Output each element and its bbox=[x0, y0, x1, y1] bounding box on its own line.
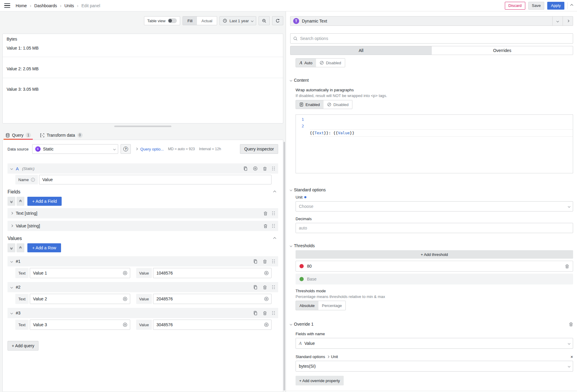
eye-icon[interactable] bbox=[123, 296, 127, 301]
query-inspector-button[interactable]: Query inspector bbox=[240, 144, 278, 154]
collapse-chevron-icon[interactable] bbox=[11, 286, 13, 288]
chevron-up-icon[interactable] bbox=[571, 5, 573, 7]
name-input[interactable] bbox=[39, 175, 272, 184]
panel-type-dropdown-button[interactable] bbox=[553, 16, 563, 26]
override-section-header[interactable]: Override 1 bbox=[290, 322, 573, 327]
collapse-chevron-icon[interactable] bbox=[11, 312, 13, 314]
add-override-property-button[interactable]: + Add override property bbox=[296, 376, 344, 385]
threshold-value[interactable]: 80 bbox=[307, 264, 312, 269]
trash-icon[interactable] bbox=[263, 224, 268, 228]
query-options-link[interactable]: Query optio... bbox=[140, 147, 164, 151]
breadcrumb-units[interactable]: Units bbox=[64, 3, 74, 8]
threshold-color-dot[interactable] bbox=[299, 277, 304, 281]
trash-icon[interactable] bbox=[569, 322, 573, 327]
expand-chevron-icon[interactable] bbox=[11, 225, 13, 227]
drag-handle-icon[interactable] bbox=[272, 259, 275, 264]
collapse-chevron-icon[interactable] bbox=[11, 260, 13, 263]
drag-handle-icon[interactable] bbox=[272, 166, 275, 171]
duplicate-icon[interactable] bbox=[253, 259, 258, 264]
text-input[interactable] bbox=[30, 320, 130, 330]
duplicate-icon[interactable] bbox=[243, 166, 248, 171]
value-input[interactable] bbox=[153, 320, 272, 330]
add-field-button[interactable]: + Add a Field bbox=[27, 197, 62, 206]
eye-icon[interactable] bbox=[253, 166, 258, 171]
unit-select[interactable]: Choose bbox=[296, 201, 573, 211]
expand-all-button[interactable] bbox=[17, 197, 24, 206]
add-row-button[interactable]: + Add a Row bbox=[27, 243, 61, 252]
font-disabled-option[interactable]: Disabled bbox=[316, 59, 345, 67]
text-input[interactable] bbox=[30, 294, 130, 304]
fields-with-name-select[interactable]: A Value bbox=[296, 338, 573, 349]
collapse-chevron-icon[interactable] bbox=[11, 167, 13, 170]
eye-icon[interactable] bbox=[264, 322, 269, 327]
editor-code-area[interactable]: {{Text}}: {{Value}} bbox=[310, 115, 573, 173]
collapse-all-button[interactable] bbox=[8, 197, 15, 206]
collapse-up-icon[interactable] bbox=[273, 237, 276, 240]
content-code-editor[interactable]: 1 2 {{Text}}: {{Value}} bbox=[296, 114, 573, 173]
fill-option[interactable]: Fill bbox=[183, 17, 197, 25]
data-source-select[interactable]: Static bbox=[32, 144, 118, 154]
drag-handle-icon[interactable] bbox=[272, 211, 275, 216]
trash-icon[interactable] bbox=[263, 285, 267, 290]
eye-icon[interactable] bbox=[123, 322, 127, 327]
search-input[interactable] bbox=[300, 36, 570, 41]
content-section-header[interactable]: Content bbox=[290, 78, 573, 83]
absolute-option[interactable]: Absolute bbox=[296, 301, 318, 310]
left-pane-scrollbar[interactable] bbox=[284, 142, 285, 390]
table-view-switch[interactable] bbox=[168, 18, 177, 23]
refresh-button[interactable] bbox=[272, 16, 283, 25]
actual-option[interactable]: Actual bbox=[197, 17, 217, 25]
query-row-header[interactable]: A (Static) bbox=[8, 163, 278, 174]
trash-icon[interactable] bbox=[263, 166, 267, 171]
unit-override-select[interactable]: bytes(SI) bbox=[296, 361, 573, 372]
duplicate-icon[interactable] bbox=[253, 311, 258, 315]
threshold-color-dot[interactable] bbox=[299, 264, 304, 268]
value-group-header[interactable]: #3 bbox=[8, 308, 278, 318]
tab-query[interactable]: Query 1 bbox=[4, 130, 33, 140]
eye-icon[interactable] bbox=[264, 296, 269, 301]
drag-handle-icon[interactable] bbox=[272, 311, 275, 315]
standard-options-section-header[interactable]: Standard options bbox=[290, 187, 573, 192]
apply-button[interactable]: Apply bbox=[547, 2, 564, 10]
text-input[interactable] bbox=[30, 268, 130, 278]
tab-overrides[interactable]: Overrides bbox=[432, 46, 573, 55]
trash-icon[interactable] bbox=[263, 311, 267, 315]
duplicate-icon[interactable] bbox=[253, 285, 258, 290]
save-button[interactable]: Save bbox=[528, 2, 545, 10]
breadcrumb-home[interactable]: Home bbox=[16, 3, 27, 8]
wrap-enabled-option[interactable]: Enabled bbox=[296, 100, 324, 109]
discard-button[interactable]: Discard bbox=[505, 2, 525, 10]
add-query-button[interactable]: + Add query bbox=[8, 341, 38, 351]
tab-transform-data[interactable]: Transform data 0 bbox=[38, 130, 84, 140]
wrap-disabled-option[interactable]: Disabled bbox=[324, 100, 352, 109]
menu-icon[interactable] bbox=[4, 3, 10, 8]
thresholds-section-header[interactable]: Thresholds bbox=[290, 243, 573, 248]
expand-all-button[interactable] bbox=[17, 243, 24, 252]
drag-handle-icon[interactable] bbox=[272, 285, 275, 290]
trash-icon[interactable] bbox=[565, 264, 569, 269]
font-auto-option[interactable]: A Auto bbox=[296, 59, 316, 67]
expand-chevron-icon[interactable] bbox=[11, 212, 13, 214]
time-range-picker[interactable]: Last 1 year bbox=[219, 16, 256, 25]
table-view-toggle[interactable]: Table view bbox=[144, 16, 180, 25]
collapse-up-icon[interactable] bbox=[273, 190, 276, 193]
options-search[interactable] bbox=[290, 33, 573, 44]
collapse-all-button[interactable] bbox=[8, 243, 15, 252]
tab-all[interactable]: All bbox=[290, 46, 432, 55]
trash-icon[interactable] bbox=[263, 211, 268, 216]
resize-handle[interactable] bbox=[114, 126, 171, 127]
field-row-value[interactable]: Value [string] bbox=[8, 221, 278, 231]
value-input[interactable] bbox=[153, 268, 272, 278]
panel-type-select[interactable]: T Dynamic Text bbox=[290, 16, 553, 26]
value-group-header[interactable]: #2 bbox=[8, 282, 278, 292]
eye-icon[interactable] bbox=[264, 271, 269, 275]
remove-property-icon[interactable]: × bbox=[570, 354, 573, 359]
drag-handle-icon[interactable] bbox=[272, 224, 275, 228]
breadcrumb-dashboards[interactable]: Dashboards bbox=[34, 3, 57, 8]
percentage-option[interactable]: Percentage bbox=[318, 301, 346, 310]
add-threshold-button[interactable]: + Add threshold bbox=[296, 250, 573, 259]
decimals-input[interactable] bbox=[296, 223, 573, 233]
zoom-out-button[interactable] bbox=[259, 16, 270, 25]
trash-icon[interactable] bbox=[263, 259, 267, 264]
collapse-options-button[interactable] bbox=[563, 16, 573, 26]
